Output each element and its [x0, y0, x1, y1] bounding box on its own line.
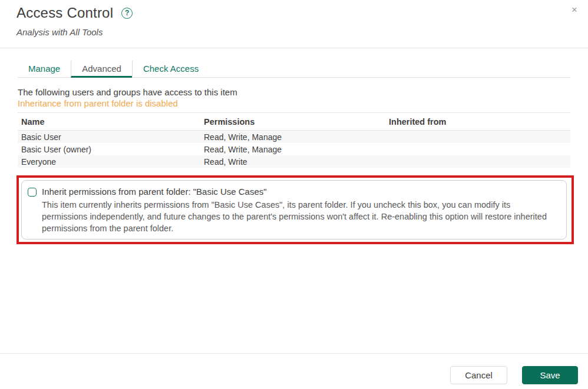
inherit-permissions-checkbox[interactable] — [28, 188, 37, 197]
tab-bar: Manage Advanced Check Access — [18, 61, 570, 78]
intro-text: The following users and groups have acce… — [18, 87, 237, 97]
cell-permissions: Read, Write — [200, 157, 385, 167]
tab-check-access[interactable]: Check Access — [132, 61, 209, 78]
tab-advanced[interactable]: Advanced — [71, 61, 132, 78]
inherit-permissions-panel: Inherit permissions from parent folder: … — [21, 180, 567, 240]
page-title: Access Control — [16, 5, 113, 21]
cancel-button[interactable]: Cancel — [450, 366, 507, 384]
table-header-row: Name Permissions Inherited from — [18, 113, 570, 131]
column-header-inherited-from: Inherited from — [385, 117, 570, 127]
cell-permissions: Read, Write, Manage — [200, 132, 385, 142]
inherit-permissions-description: This item currently inherits permissions… — [42, 199, 557, 234]
help-icon[interactable]: ? — [121, 8, 133, 19]
permissions-table: Name Permissions Inherited from Basic Us… — [18, 113, 570, 168]
tab-manage[interactable]: Manage — [18, 61, 71, 78]
inherit-permissions-label[interactable]: Inherit permissions from parent folder: … — [42, 187, 267, 197]
table-row[interactable]: Basic User (owner) Read, Write, Manage — [18, 143, 570, 155]
dialog-subtitle: Analysis with All Tools — [16, 27, 103, 37]
column-header-name: Name — [18, 117, 200, 127]
cell-name: Basic User — [18, 132, 200, 142]
cell-name: Everyone — [18, 157, 200, 167]
table-row[interactable]: Basic User Read, Write, Manage — [18, 131, 570, 143]
inheritance-notice: Inheritance from parent folder is disabl… — [18, 98, 178, 108]
cell-name: Basic User (owner) — [18, 145, 200, 154]
dialog-header: Access Control ? Analysis with All Tools… — [0, 0, 588, 48]
table-row[interactable]: Everyone Read, Write — [18, 155, 570, 168]
cell-permissions: Read, Write, Manage — [200, 145, 385, 154]
save-button[interactable]: Save — [522, 366, 578, 384]
close-icon[interactable]: × — [572, 5, 577, 15]
footer-divider — [0, 353, 588, 354]
column-header-permissions: Permissions — [200, 117, 385, 127]
